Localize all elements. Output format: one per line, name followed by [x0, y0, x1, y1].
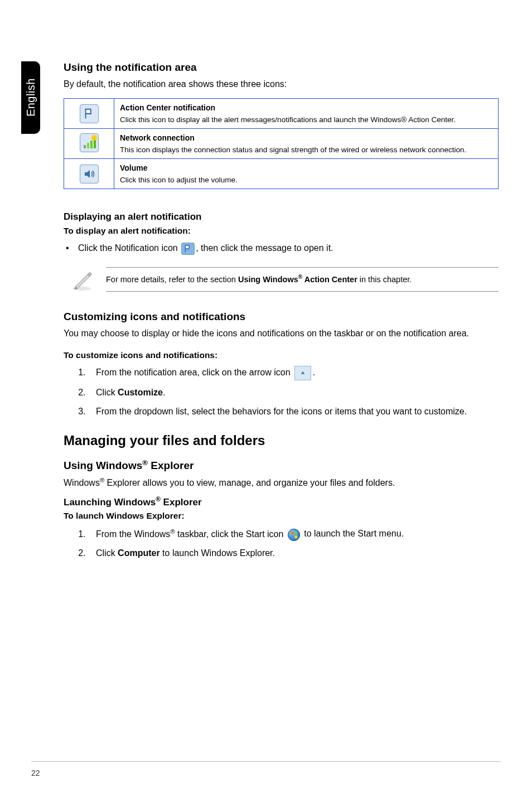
step-text-pre: Click	[96, 548, 118, 558]
bullet-list: Click the Notification icon , then click…	[64, 241, 499, 255]
arrow-icon	[294, 366, 311, 380]
intro-notification-area: By default, the notification area shows …	[64, 78, 499, 90]
row-title: Network connection	[120, 133, 492, 142]
row-title: Action Center notification	[120, 103, 492, 112]
step-text-pre: From the Windows® taskbar, click the Sta…	[96, 529, 286, 539]
heading-notification-area: Using the notification area	[64, 61, 499, 74]
note-text: For more details, refer to the section U…	[106, 267, 499, 291]
action-center-icon	[80, 104, 99, 123]
notification-icon	[181, 243, 195, 255]
network-desc-cell: Network connection This icon displays th…	[114, 129, 499, 159]
note-bold: Using Windows® Action Center	[238, 275, 357, 284]
sub-launch-explorer: To launch Windows Explorer:	[64, 511, 499, 521]
intro-customizing: You may choose to display or hide the ic…	[64, 327, 499, 340]
action-center-icon-cell	[64, 99, 114, 129]
footer-divider	[31, 761, 501, 762]
heading-customizing: Customizing icons and notifications	[64, 311, 499, 323]
intro-explorer: Windows® Explorer allows you to view, ma…	[64, 476, 499, 490]
step-text-pre: Click	[96, 388, 118, 397]
list-item: Click Customize.	[88, 386, 499, 399]
language-sidetab: English	[21, 61, 40, 134]
sub-customizing: To customize icons and notifications:	[64, 350, 499, 360]
step-text-post: to launch Windows Explorer.	[160, 548, 275, 558]
list-item: From the notification area, click on the…	[88, 366, 499, 380]
table-row: Network connection This icon displays th…	[64, 129, 499, 159]
table-row: Volume Click this icon to adjust the vol…	[64, 159, 499, 189]
row-desc: This icon displays the connection status…	[120, 146, 466, 154]
heading-managing-files: Managing your files and folders	[64, 433, 499, 448]
page-content: Using the notification area By default, …	[64, 61, 499, 566]
step-text-post: .	[313, 368, 315, 377]
note-pre: For more details, refer to the section	[106, 275, 238, 284]
launch-steps: From the Windows® taskbar, click the Sta…	[64, 526, 499, 559]
row-desc: Click this icon to adjust the volume.	[120, 176, 238, 184]
bullet-text-post: , then click the message to open it.	[196, 243, 333, 253]
step-bold: Computer	[118, 548, 160, 558]
notification-icons-table: Action Center notification Click this ic…	[64, 98, 499, 189]
volume-desc-cell: Volume Click this icon to adjust the vol…	[114, 159, 499, 189]
language-label: English	[25, 78, 37, 117]
bullet-text-pre: Click the Notification icon	[78, 243, 180, 253]
action-center-desc-cell: Action Center notification Click this ic…	[114, 99, 499, 129]
list-item: Click Computer to launch Windows Explore…	[88, 547, 499, 560]
note-block: For more details, refer to the section U…	[70, 267, 499, 294]
row-title: Volume	[120, 163, 492, 172]
table-row: Action Center notification Click this ic…	[64, 99, 499, 129]
heading-using-explorer: Using Windows® Explorer	[64, 458, 499, 472]
step-text-post: to launch the Start menu.	[302, 529, 404, 539]
heading-launching-explorer: Launching Windows® Explorer	[64, 495, 499, 508]
volume-icon-cell	[64, 159, 114, 189]
list-item: From the Windows® taskbar, click the Sta…	[88, 526, 499, 540]
list-item: From the dropdown list, select the behav…	[88, 405, 499, 418]
row-desc: Click this icon to display all the alert…	[120, 115, 456, 124]
sub-display-alert: To display an alert notification:	[64, 226, 499, 236]
network-icon-cell	[64, 129, 114, 159]
step-text-post: .	[163, 388, 165, 397]
list-item: Click the Notification icon , then click…	[78, 241, 499, 255]
step-text-pre: From the notification area, click on the…	[96, 368, 293, 377]
note-post: in this chapter.	[357, 275, 412, 284]
step-bold: Customize	[118, 388, 163, 397]
start-icon	[288, 529, 300, 541]
volume-icon	[80, 165, 99, 183]
page-number: 22	[31, 769, 40, 777]
pencil-icon	[70, 267, 95, 294]
heading-display-alert: Displaying an alert notification	[64, 211, 499, 223]
customize-steps: From the notification area, click on the…	[64, 366, 499, 418]
network-icon	[80, 133, 99, 152]
